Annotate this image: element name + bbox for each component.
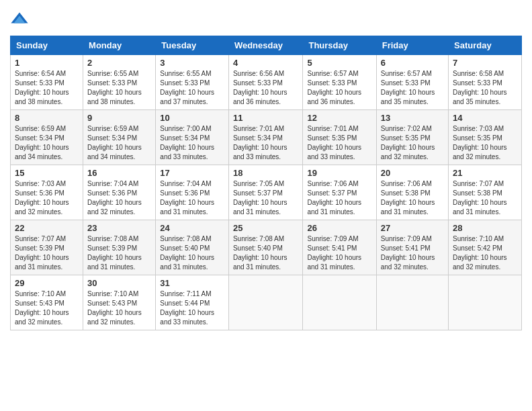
day-cell: 15Sunrise: 7:03 AM Sunset: 5:36 PM Dayli… — [11, 165, 83, 220]
day-info: Sunrise: 6:55 AM Sunset: 5:33 PM Dayligh… — [87, 69, 151, 107]
day-number: 3 — [160, 58, 224, 68]
day-info: Sunrise: 7:07 AM Sunset: 5:39 PM Dayligh… — [15, 234, 79, 272]
column-header-thursday: Thursday — [303, 36, 376, 55]
day-cell: 29Sunrise: 7:10 AM Sunset: 5:43 PM Dayli… — [11, 275, 83, 330]
day-info: Sunrise: 7:07 AM Sunset: 5:38 PM Dayligh… — [453, 179, 517, 217]
day-cell — [376, 275, 448, 330]
week-row-4: 22Sunrise: 7:07 AM Sunset: 5:39 PM Dayli… — [11, 220, 522, 275]
day-info: Sunrise: 7:08 AM Sunset: 5:40 PM Dayligh… — [160, 234, 224, 272]
day-info: Sunrise: 6:58 AM Sunset: 5:33 PM Dayligh… — [453, 69, 517, 107]
day-number: 31 — [160, 278, 224, 288]
day-number: 15 — [15, 168, 79, 178]
day-cell: 26Sunrise: 7:09 AM Sunset: 5:41 PM Dayli… — [303, 220, 376, 275]
day-info: Sunrise: 7:11 AM Sunset: 5:44 PM Dayligh… — [160, 289, 224, 327]
day-cell: 31Sunrise: 7:11 AM Sunset: 5:44 PM Dayli… — [156, 275, 229, 330]
day-number: 5 — [307, 58, 371, 68]
column-header-friday: Friday — [376, 36, 448, 55]
day-cell: 2Sunrise: 6:55 AM Sunset: 5:33 PM Daylig… — [83, 55, 156, 110]
day-cell: 1Sunrise: 6:54 AM Sunset: 5:33 PM Daylig… — [11, 55, 83, 110]
day-number: 28 — [453, 223, 517, 233]
day-cell: 17Sunrise: 7:04 AM Sunset: 5:36 PM Dayli… — [156, 165, 229, 220]
day-info: Sunrise: 7:05 AM Sunset: 5:37 PM Dayligh… — [233, 179, 299, 217]
day-number: 30 — [87, 278, 151, 288]
day-number: 19 — [307, 168, 371, 178]
day-info: Sunrise: 7:01 AM Sunset: 5:34 PM Dayligh… — [233, 124, 299, 162]
day-cell: 18Sunrise: 7:05 AM Sunset: 5:37 PM Dayli… — [228, 165, 303, 220]
day-cell: 9Sunrise: 6:59 AM Sunset: 5:34 PM Daylig… — [83, 110, 156, 165]
day-cell — [228, 275, 303, 330]
day-number: 18 — [233, 168, 299, 178]
day-info: Sunrise: 7:01 AM Sunset: 5:35 PM Dayligh… — [307, 124, 371, 162]
day-cell: 4Sunrise: 6:56 AM Sunset: 5:33 PM Daylig… — [228, 55, 303, 110]
page-header — [10, 10, 522, 29]
column-header-tuesday: Tuesday — [156, 36, 229, 55]
day-number: 14 — [453, 113, 517, 123]
day-info: Sunrise: 7:04 AM Sunset: 5:36 PM Dayligh… — [160, 179, 224, 217]
calendar-table: SundayMondayTuesdayWednesdayThursdayFrid… — [10, 36, 522, 330]
day-number: 11 — [233, 113, 299, 123]
day-cell: 24Sunrise: 7:08 AM Sunset: 5:40 PM Dayli… — [156, 220, 229, 275]
header-row: SundayMondayTuesdayWednesdayThursdayFrid… — [11, 36, 522, 55]
day-number: 26 — [307, 223, 371, 233]
day-number: 17 — [160, 168, 224, 178]
day-info: Sunrise: 7:10 AM Sunset: 5:43 PM Dayligh… — [15, 289, 79, 327]
day-number: 9 — [87, 113, 151, 123]
day-cell: 28Sunrise: 7:10 AM Sunset: 5:42 PM Dayli… — [449, 220, 522, 275]
day-number: 2 — [87, 58, 151, 68]
day-cell: 8Sunrise: 6:59 AM Sunset: 5:34 PM Daylig… — [11, 110, 83, 165]
day-info: Sunrise: 6:57 AM Sunset: 5:33 PM Dayligh… — [381, 69, 444, 107]
day-cell: 11Sunrise: 7:01 AM Sunset: 5:34 PM Dayli… — [228, 110, 303, 165]
day-info: Sunrise: 7:03 AM Sunset: 5:36 PM Dayligh… — [15, 179, 79, 217]
day-number: 29 — [15, 278, 79, 288]
week-row-3: 15Sunrise: 7:03 AM Sunset: 5:36 PM Dayli… — [11, 165, 522, 220]
day-number: 23 — [87, 223, 151, 233]
day-number: 7 — [453, 58, 517, 68]
day-cell: 7Sunrise: 6:58 AM Sunset: 5:33 PM Daylig… — [449, 55, 522, 110]
column-header-sunday: Sunday — [11, 36, 83, 55]
day-cell: 20Sunrise: 7:06 AM Sunset: 5:38 PM Dayli… — [376, 165, 448, 220]
day-info: Sunrise: 7:03 AM Sunset: 5:35 PM Dayligh… — [453, 124, 517, 162]
day-info: Sunrise: 6:54 AM Sunset: 5:33 PM Dayligh… — [15, 69, 79, 107]
day-number: 20 — [381, 168, 444, 178]
day-cell: 23Sunrise: 7:08 AM Sunset: 5:39 PM Dayli… — [83, 220, 156, 275]
day-info: Sunrise: 6:56 AM Sunset: 5:33 PM Dayligh… — [233, 69, 299, 107]
day-number: 21 — [453, 168, 517, 178]
day-info: Sunrise: 7:08 AM Sunset: 5:40 PM Dayligh… — [233, 234, 299, 272]
day-number: 6 — [381, 58, 444, 68]
day-number: 22 — [15, 223, 79, 233]
day-number: 13 — [381, 113, 444, 123]
day-cell: 25Sunrise: 7:08 AM Sunset: 5:40 PM Dayli… — [228, 220, 303, 275]
day-number: 27 — [381, 223, 444, 233]
day-info: Sunrise: 7:09 AM Sunset: 5:41 PM Dayligh… — [381, 234, 444, 272]
day-cell: 10Sunrise: 7:00 AM Sunset: 5:34 PM Dayli… — [156, 110, 229, 165]
day-number: 10 — [160, 113, 224, 123]
day-number: 4 — [233, 58, 299, 68]
day-cell: 6Sunrise: 6:57 AM Sunset: 5:33 PM Daylig… — [376, 55, 448, 110]
day-cell: 3Sunrise: 6:55 AM Sunset: 5:33 PM Daylig… — [156, 55, 229, 110]
day-info: Sunrise: 7:10 AM Sunset: 5:42 PM Dayligh… — [453, 234, 517, 272]
day-info: Sunrise: 7:08 AM Sunset: 5:39 PM Dayligh… — [87, 234, 151, 272]
day-info: Sunrise: 6:57 AM Sunset: 5:33 PM Dayligh… — [307, 69, 371, 107]
week-row-5: 29Sunrise: 7:10 AM Sunset: 5:43 PM Dayli… — [11, 275, 522, 330]
day-info: Sunrise: 7:06 AM Sunset: 5:37 PM Dayligh… — [307, 179, 371, 217]
column-header-monday: Monday — [83, 36, 156, 55]
day-info: Sunrise: 7:06 AM Sunset: 5:38 PM Dayligh… — [381, 179, 444, 217]
day-info: Sunrise: 7:10 AM Sunset: 5:43 PM Dayligh… — [87, 289, 151, 327]
day-info: Sunrise: 7:00 AM Sunset: 5:34 PM Dayligh… — [160, 124, 224, 162]
week-row-1: 1Sunrise: 6:54 AM Sunset: 5:33 PM Daylig… — [11, 55, 522, 110]
day-cell: 21Sunrise: 7:07 AM Sunset: 5:38 PM Dayli… — [449, 165, 522, 220]
day-number: 1 — [15, 58, 79, 68]
day-number: 8 — [15, 113, 79, 123]
day-cell: 14Sunrise: 7:03 AM Sunset: 5:35 PM Dayli… — [449, 110, 522, 165]
day-cell: 5Sunrise: 6:57 AM Sunset: 5:33 PM Daylig… — [303, 55, 376, 110]
day-info: Sunrise: 7:02 AM Sunset: 5:35 PM Dayligh… — [381, 124, 444, 162]
day-cell: 12Sunrise: 7:01 AM Sunset: 5:35 PM Dayli… — [303, 110, 376, 165]
day-cell: 22Sunrise: 7:07 AM Sunset: 5:39 PM Dayli… — [11, 220, 83, 275]
day-number: 24 — [160, 223, 224, 233]
day-number: 12 — [307, 113, 371, 123]
day-info: Sunrise: 6:59 AM Sunset: 5:34 PM Dayligh… — [15, 124, 79, 162]
day-number: 16 — [87, 168, 151, 178]
day-info: Sunrise: 7:04 AM Sunset: 5:36 PM Dayligh… — [87, 179, 151, 217]
day-cell: 13Sunrise: 7:02 AM Sunset: 5:35 PM Dayli… — [376, 110, 448, 165]
column-header-saturday: Saturday — [449, 36, 522, 55]
